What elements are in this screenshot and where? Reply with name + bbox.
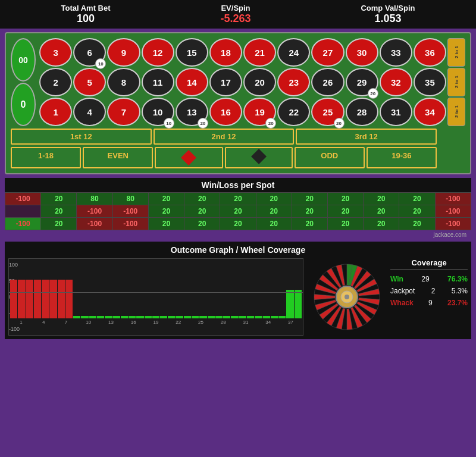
num-cell-36[interactable]: 36 [414,38,446,67]
wl-cell: 20 [292,205,327,218]
bar-wrap [271,262,278,318]
num-cell-6[interactable]: 610 [73,38,106,67]
x-label: 7 [55,320,77,325]
wl-cell: 20 [41,193,77,205]
bar-chart: 100 50 0 -50 -100 1471013161922252831343… [8,258,303,336]
num-cell-29[interactable]: 2920 [346,68,378,96]
total-amt-label: Total Amt Bet [61,4,110,12]
num-cell-14[interactable]: 14 [176,68,208,96]
x-labels: 14710131619222528313437 [9,320,303,325]
wl-cell: 20 [220,218,256,230]
chip-10: 10 [164,118,174,129]
num-cell-9[interactable]: 9 [107,38,140,67]
win-loss-title: Win/Loss per Spot [5,178,471,192]
num-cell-16[interactable]: 16 [209,98,242,126]
num-cell-21[interactable]: 21 [243,38,276,67]
bar-negative [34,280,41,318]
bar-positive [255,316,262,318]
bar-wrap [192,262,199,318]
coverage-whack-row: Whack 9 23.7% [390,297,468,309]
num-cell-22[interactable]: 22 [277,98,310,126]
num-cell-5[interactable]: 5 [73,68,106,96]
num-cell-15[interactable]: 15 [176,38,208,67]
table-row: -10020-100-1002020202020202020-100 [5,218,471,230]
num-cell-28[interactable]: 28 [346,98,378,126]
num-cell-11[interactable]: 11 [142,68,174,96]
num-cell-2[interactable]: 2 [39,68,72,96]
bet-odd[interactable]: ODD [295,147,365,168]
x-label: 1 [10,320,32,325]
num-cell-33[interactable]: 33 [380,38,412,67]
coverage-win-pct: 76.3% [447,275,468,283]
bar-wrap [97,262,104,318]
wl-cell: 20 [292,193,327,205]
num-cell-19[interactable]: 1920 [243,98,276,126]
bar-negative [26,280,33,318]
double-zero[interactable]: 00 [11,38,36,82]
bar-positive [192,316,199,318]
num-cell-30[interactable]: 30 [346,38,378,67]
coverage-whack-label: Whack [390,299,414,307]
wl-cell: 20 [292,218,327,230]
num-cell-20[interactable]: 20 [243,68,276,96]
wl-cell: -100 [435,193,471,205]
num-cell-7[interactable]: 7 [107,98,140,126]
num-cell-18[interactable]: 18 [209,38,242,67]
x-label: 31 [235,320,257,325]
num-cell-10[interactable]: 1010 [142,98,174,126]
second-dozen[interactable]: 2nd 12 [154,129,295,145]
num-cell-1[interactable]: 1 [39,98,72,126]
num-cell-32[interactable]: 32 [380,68,412,96]
num-cell-24[interactable]: 24 [277,38,310,67]
bar-wrap [105,262,112,318]
dozen-row: 1st 12 2nd 12 3rd 12 [11,129,465,145]
num-cell-26[interactable]: 26 [311,68,344,96]
bar-wrap [160,262,167,318]
side-2to1-mid[interactable]: 2 to 1 [447,68,465,96]
num-cell-12[interactable]: 12 [142,38,174,67]
num-cell-13[interactable]: 1320 [176,98,208,126]
coverage-win-label: Win [390,275,403,283]
num-cell-4[interactable]: 4 [73,98,106,126]
bar-positive [295,290,302,318]
x-label: 4 [33,320,55,325]
zero[interactable]: 0 [11,83,36,126]
third-dozen[interactable]: 3rd 12 [296,129,437,145]
bar-wrap [42,262,49,318]
num-cell-34[interactable]: 34 [414,98,446,126]
roulette-wheel [311,261,383,333]
bar-wrap [73,262,80,318]
wl-cell: 20 [364,205,399,218]
bar-positive [168,316,175,318]
num-cell-23[interactable]: 23 [277,68,310,96]
wl-cell: 20 [327,218,363,230]
bet-1-18[interactable]: 1-18 [11,147,81,168]
x-label: 28 [212,320,234,325]
wl-cell: 20 [399,193,435,205]
bar-positive [160,316,167,318]
side-2to1-bot[interactable]: 2 to 1 [447,98,465,126]
bet-red[interactable] [155,147,223,168]
bar-positive [176,316,183,318]
bar-positive [239,316,246,318]
wl-cell: 20 [364,218,399,230]
num-cell-35[interactable]: 35 [414,68,446,96]
num-cell-8[interactable]: 8 [107,68,140,96]
wl-cell: -100 [112,218,148,230]
side-2to1-top[interactable]: 2 to 1 [447,38,465,67]
num-cell-3[interactable]: 3 [39,38,72,67]
bet-black[interactable] [225,147,293,168]
svg-point-4 [345,295,349,299]
bar-negative [58,280,65,318]
num-cell-17[interactable]: 17 [209,68,242,96]
bet-even[interactable]: EVEN [83,147,153,168]
first-dozen[interactable]: 1st 12 [11,129,152,145]
num-cell-25[interactable]: 2520 [311,98,344,126]
jackace-label: jackace.com [5,230,471,239]
num-cell-31[interactable]: 31 [380,98,412,126]
chip-6: 10 [95,58,106,69]
bet-19-36[interactable]: 19-36 [367,147,437,168]
bar-positive [97,316,104,318]
x-label: 19 [145,320,167,325]
num-cell-27[interactable]: 27 [311,38,344,67]
